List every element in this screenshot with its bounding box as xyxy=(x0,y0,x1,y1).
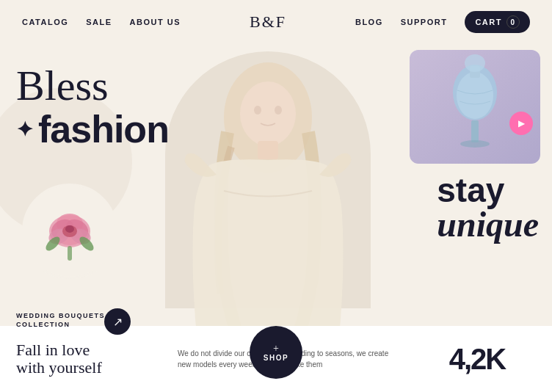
site-logo[interactable]: B&F xyxy=(250,12,286,32)
hero-title: Bless ✦ fashion xyxy=(16,65,169,151)
cart-count: 0 xyxy=(506,15,520,29)
model-area xyxy=(158,44,378,360)
shop-plus-icon: + xyxy=(273,344,279,354)
wedding-arrow-button[interactable]: ↗ xyxy=(104,308,131,335)
svg-point-8 xyxy=(65,225,74,233)
mannequin-illustration xyxy=(410,50,540,164)
play-button[interactable]: ▶ xyxy=(509,112,533,135)
star-icon: ✦ xyxy=(16,117,32,142)
svg-point-23 xyxy=(460,140,490,148)
cart-label: CART xyxy=(475,18,502,26)
nav-sale[interactable]: SALE xyxy=(86,18,112,26)
svg-point-15 xyxy=(254,106,261,115)
fall-line1: Fall in love xyxy=(16,341,163,359)
nav-about[interactable]: ABOUT US xyxy=(130,18,181,26)
svg-rect-11 xyxy=(68,246,72,261)
mannequin-card xyxy=(410,50,540,164)
shop-label: SHOP xyxy=(264,354,288,362)
fall-line2: with yourself xyxy=(16,359,163,377)
hero-section: Bless ✦ fashion WEDDING BOUQUETS CO xyxy=(0,44,552,392)
model-image xyxy=(158,44,378,360)
header: CATALOG SALE ABOUT US B&F BLOG SUPPORT C… xyxy=(0,0,552,44)
svg-point-19 xyxy=(457,72,493,119)
fall-in-love-text: Fall in love with yourself xyxy=(16,341,163,377)
bless-text: Bless xyxy=(16,65,169,107)
stat-number: 4,2K xyxy=(418,343,536,376)
svg-point-16 xyxy=(275,106,282,115)
wedding-label-line2: COLLECTION xyxy=(16,320,105,330)
nav-right: BLOG SUPPORT CART 0 xyxy=(355,11,530,33)
shop-button[interactable]: + SHOP xyxy=(250,326,302,379)
stat-block: 4,2K xyxy=(418,343,536,376)
rose-circle xyxy=(22,184,117,279)
model-illustration xyxy=(158,44,378,360)
unique-word: unique xyxy=(437,207,539,242)
stay-unique-text: stay unique xyxy=(437,175,539,242)
svg-rect-22 xyxy=(471,120,479,142)
stay-word: stay xyxy=(437,175,539,207)
rose-illustration xyxy=(29,191,110,272)
fashion-text: ✦ fashion xyxy=(16,107,169,151)
nav-left: CATALOG SALE ABOUT US xyxy=(22,18,181,26)
nav-blog[interactable]: BLOG xyxy=(355,18,383,26)
bottom-left-text: Fall in love with yourself xyxy=(16,341,163,377)
svg-point-13 xyxy=(240,81,296,146)
svg-point-21 xyxy=(465,54,485,72)
play-icon: ▶ xyxy=(518,118,525,129)
wedding-label-line1: WEDDING BOUQUETS xyxy=(16,311,105,321)
arrow-icon: ↗ xyxy=(113,315,123,329)
fashion-word: fashion xyxy=(38,107,169,151)
nav-support[interactable]: SUPPORT xyxy=(401,18,448,26)
svg-rect-14 xyxy=(258,141,278,159)
wedding-bouquet-text: WEDDING BOUQUETS COLLECTION xyxy=(16,311,105,330)
cart-button[interactable]: CART 0 xyxy=(465,11,530,33)
nav-catalog[interactable]: CATALOG xyxy=(22,18,68,26)
